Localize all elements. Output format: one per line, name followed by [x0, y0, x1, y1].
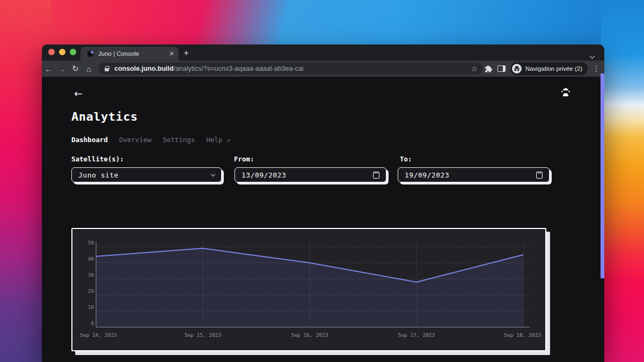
incognito-icon [512, 64, 522, 73]
x-tick-label: Sep 16, 2023 [291, 332, 328, 338]
y-tick-label: 10 [88, 305, 94, 310]
tab-title: Juno | Console [98, 50, 166, 57]
page-url: console.juno.build/analytics/?s=ucnx3-aq… [114, 65, 466, 72]
from-label: From: [234, 155, 254, 163]
tab-search-chevron-icon[interactable] [590, 50, 595, 55]
satellite-label: Satellite(s): [71, 155, 124, 163]
page-title: Analytics [71, 110, 138, 123]
refresh-icon[interactable]: ↻ [69, 64, 82, 73]
lock-icon[interactable] [105, 68, 109, 71]
browser-toolbar: ← → ↻ ⌂ console.juno.build/analytics/?s=… [42, 61, 604, 77]
browser-tab[interactable]: Juno | Console ✕ [80, 47, 179, 61]
new-tab-icon[interactable]: + [184, 47, 189, 59]
y-tick-label: 40 [88, 256, 94, 262]
browser-window: Juno | Console ✕ + ← → ↻ ⌂ console.juno.… [42, 45, 604, 362]
nav-tab-help[interactable]: Help ↗ [206, 136, 230, 144]
nav-tab-settings[interactable]: Settings [163, 136, 195, 144]
zoom-window-icon[interactable] [70, 49, 76, 55]
from-date-input[interactable]: 13/09/2023 [235, 167, 386, 182]
bookmark-star-icon[interactable]: ☆ [471, 64, 478, 73]
nav-tab-overview[interactable]: Overview [119, 136, 151, 144]
minimize-window-icon[interactable] [59, 49, 65, 55]
incognito-label: Navigation privée (2) [525, 65, 582, 72]
side-panel-icon[interactable] [497, 65, 506, 72]
juno-favicon-icon [87, 50, 94, 57]
forward-icon[interactable]: → [55, 64, 69, 73]
to-label: To: [400, 155, 412, 163]
calendar-icon[interactable] [373, 172, 379, 179]
nav-tab-dashboard[interactable]: Dashboard [71, 136, 108, 144]
calendar-icon[interactable] [536, 172, 543, 179]
home-icon[interactable]: ⌂ [82, 64, 96, 73]
page-back-arrow-icon[interactable]: ← [74, 87, 83, 99]
x-tick-label: Sep 18, 2023 [504, 332, 541, 338]
to-date-input[interactable]: 19/09/2023 [398, 167, 550, 182]
page-nav: Dashboard Overview Settings Help ↗ [71, 136, 230, 144]
x-tick-label: Sep 14, 2023 [80, 332, 117, 338]
incognito-badge[interactable]: Navigation privée (2) [510, 62, 588, 75]
page-content: ← Analytics Dashboard Overview Settings … [42, 77, 604, 362]
wallpaper-right [601, 0, 644, 362]
close-window-icon[interactable] [48, 49, 55, 55]
kebab-menu-icon[interactable]: ⋮ [592, 64, 600, 73]
x-tick-label: Sep 17, 2023 [398, 332, 435, 338]
sessions-chart-card: 01020304050Sep 14, 2023Sep 15, 2023Sep 1… [71, 228, 546, 351]
chevron-down-icon [211, 172, 215, 176]
toolbar-actions: Navigation privée (2) ⋮ [485, 61, 600, 77]
x-tick-label: Sep 15, 2023 [185, 332, 222, 338]
tab-close-icon[interactable]: ✕ [169, 50, 174, 57]
satellite-select[interactable]: Juno site [71, 167, 222, 182]
astronaut-avatar-icon[interactable] [560, 86, 572, 100]
window-controls [48, 49, 76, 55]
y-tick-label: 30 [88, 272, 94, 278]
y-tick-label: 0 [91, 321, 94, 326]
y-tick-label: 50 [88, 240, 94, 246]
address-bar[interactable]: console.juno.build/analytics/?s=ucnx3-aq… [98, 63, 483, 75]
tab-strip: Juno | Console ✕ + [42, 45, 604, 61]
y-tick-label: 20 [88, 289, 94, 294]
back-icon[interactable]: ← [42, 64, 55, 73]
extensions-puzzle-icon[interactable] [485, 65, 493, 73]
page-scrollbar[interactable] [601, 73, 604, 278]
